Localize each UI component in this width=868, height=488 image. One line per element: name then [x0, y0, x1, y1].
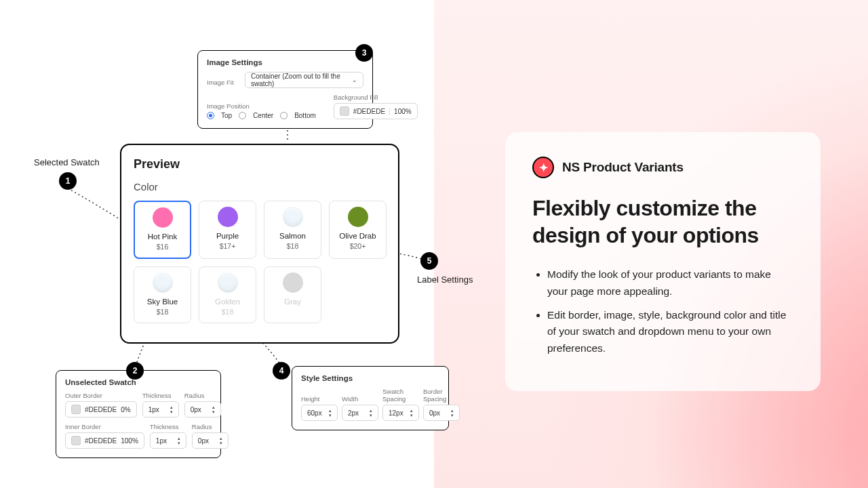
promo-bullets: Modify the look of your product variants… [532, 266, 793, 357]
panel-title: Image Settings [207, 58, 363, 66]
brand: ✦ NS Product Variants [532, 157, 793, 178]
inner-thickness[interactable]: 1px▴▾ [150, 432, 186, 449]
swatch[interactable]: Gray [264, 266, 321, 323]
option-name: Color [134, 181, 386, 192]
outer-thickness[interactable]: 1px▴▾ [142, 401, 179, 418]
inner-radius[interactable]: 0px▴▾ [192, 432, 229, 449]
panel-unselected-swatch: Unselected Swatch Outer Border #DEDEDE 0… [56, 370, 221, 458]
swatch-color-dot [283, 272, 303, 293]
panel-title: Unselected Swatch [65, 378, 212, 386]
callout-5-label: Label Settings [417, 274, 473, 285]
swatch-price: $18 [287, 242, 299, 250]
swatch-name: Salmon [279, 232, 306, 240]
swatch-price: $18 [157, 308, 169, 316]
swatch-price: $20+ [350, 242, 366, 250]
swatch[interactable]: Hot Pink$16 [134, 201, 191, 259]
swatch[interactable]: Sky Blue$18 [134, 266, 191, 323]
brand-icon: ✦ [532, 157, 554, 178]
callout-1-label: Selected Swatch [34, 157, 100, 167]
swatch-color-dot [218, 272, 238, 293]
swatch-price: $18 [222, 308, 234, 316]
swatch-color-dot [283, 207, 303, 227]
panel-title: Style Settings [301, 374, 439, 382]
radio-bottom[interactable] [280, 112, 288, 119]
image-fit-label: Image Fit [207, 79, 239, 86]
radio-top[interactable] [207, 112, 214, 119]
height-stepper[interactable]: 60px▴▾ [301, 405, 338, 421]
swatch[interactable]: Salmon$18 [264, 201, 321, 259]
callout-badge-1: 1 [59, 172, 77, 190]
swatch-name: Olive Drab [339, 232, 376, 240]
callout-badge-2: 2 [126, 362, 144, 380]
swatch-name: Gray [284, 298, 301, 306]
swatch[interactable]: Golden$18 [199, 266, 256, 323]
panel-style-settings: Style Settings Height 60px▴▾ Width 2px▴▾… [292, 366, 449, 430]
promo-headline: Flexibly customize the design of your op… [532, 195, 793, 249]
swatch-grid: Hot Pink$16Purple$17+Salmon$18Olive Drab… [134, 201, 386, 323]
swatch-price: $16 [157, 243, 169, 251]
preview-title: Preview [134, 157, 386, 171]
swatch-name: Sky Blue [147, 298, 178, 306]
callout-badge-4: 4 [273, 362, 290, 380]
swatch-name: Golden [215, 298, 240, 306]
bg-fill-input[interactable]: #DEDEDE 100% [334, 103, 418, 119]
brand-name: NS Product Variants [562, 160, 684, 175]
swatch-name: Hot Pink [148, 232, 177, 241]
swatch[interactable]: Olive Drab$20+ [329, 201, 387, 259]
callout-badge-3: 3 [355, 44, 373, 62]
promo-card: ✦ NS Product Variants Flexibly customize… [505, 132, 821, 391]
swatch-color-dot [218, 207, 238, 227]
swatch-color-dot [153, 207, 173, 228]
panel-image-settings: Image Settings Image Fit Container (Zoom… [197, 50, 373, 129]
width-stepper[interactable]: 2px▴▾ [342, 405, 378, 421]
promo-bullet: Edit border, image, style, background co… [547, 307, 793, 357]
chevron-down-icon: ⌄ [352, 77, 357, 83]
swatch-price: $17+ [220, 242, 236, 250]
swatch-name: Purple [216, 232, 239, 240]
image-fit-select[interactable]: Container (Zoom out to fill the swatch) … [245, 72, 363, 88]
outer-border-color[interactable]: #DEDEDE 0% [65, 401, 137, 418]
swatch[interactable]: Purple$17+ [199, 201, 256, 259]
color-chip [340, 106, 349, 116]
spacing-stepper[interactable]: 12px▴▾ [382, 405, 419, 421]
outer-radius[interactable]: 0px▴▾ [184, 401, 221, 418]
promo-bullet: Modify the look of your product variants… [547, 266, 793, 300]
inner-border-color[interactable]: #DEDEDE 100% [65, 432, 144, 449]
image-position-label: Image Position [207, 102, 316, 110]
border-spacing-stepper[interactable]: 0px▴▾ [423, 405, 460, 421]
bg-fill-label: Background Fill [334, 94, 418, 101]
radio-center[interactable] [239, 112, 246, 119]
swatch-color-dot [153, 272, 173, 293]
callout-badge-5: 5 [420, 252, 438, 270]
swatch-color-dot [348, 207, 368, 227]
preview-card: Preview Color Hot Pink$16Purple$17+Salmo… [120, 144, 399, 344]
